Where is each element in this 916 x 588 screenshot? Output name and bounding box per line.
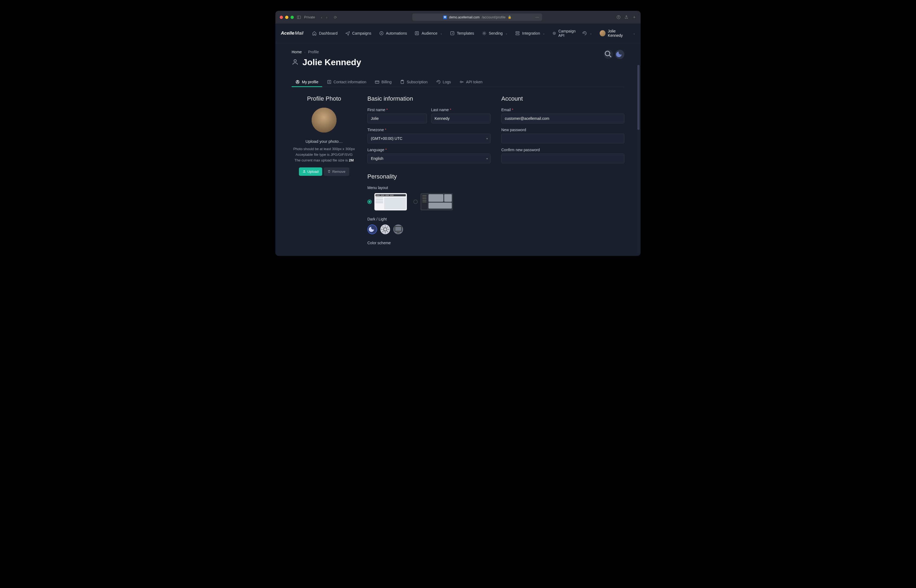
- svg-line-34: [387, 227, 388, 228]
- svg-point-19: [329, 81, 330, 82]
- new-tab-icon[interactable]: ＋: [632, 15, 636, 20]
- history-icon: [436, 80, 441, 84]
- tab-subscription[interactable]: Subscription: [396, 77, 431, 87]
- tab-api-token[interactable]: API token: [456, 77, 486, 87]
- minimize-window-button[interactable]: [285, 16, 288, 19]
- api-icon: [553, 31, 556, 36]
- search-button[interactable]: [604, 50, 613, 59]
- nav-templates[interactable]: Templates: [447, 27, 478, 39]
- target-icon: [379, 31, 384, 36]
- tab-logs[interactable]: Logs: [433, 77, 455, 87]
- svg-point-8: [483, 32, 485, 34]
- reload-button[interactable]: ⟳: [333, 15, 338, 20]
- svg-line-33: [383, 231, 383, 232]
- new-password-label: New password: [501, 128, 624, 132]
- last-name-label: Last name *: [431, 108, 491, 112]
- breadcrumb: Home › Profile: [292, 50, 361, 54]
- radio-checked[interactable]: [367, 200, 372, 204]
- sidebar-icon[interactable]: [297, 15, 301, 19]
- tab-label: My profile: [302, 80, 318, 84]
- tab-label: Billing: [381, 80, 391, 84]
- svg-rect-0: [297, 16, 300, 19]
- svg-point-26: [384, 228, 387, 231]
- scrollbar[interactable]: [637, 65, 640, 253]
- profile-icon: [296, 80, 300, 84]
- layout-option-top[interactable]: [367, 193, 407, 210]
- lock-icon: 🔒: [508, 15, 512, 19]
- url-path: /account/profile: [482, 15, 506, 19]
- trash-icon: [328, 170, 331, 174]
- profile-photo[interactable]: [312, 108, 336, 132]
- svg-point-4: [381, 33, 382, 34]
- breadcrumb-current: Profile: [308, 50, 319, 54]
- share-icon[interactable]: [624, 15, 628, 20]
- first-name-label: First name *: [367, 108, 427, 112]
- nav-automations[interactable]: Automations: [376, 27, 410, 39]
- breadcrumb-home[interactable]: Home: [292, 50, 302, 54]
- downloads-icon[interactable]: [617, 15, 620, 20]
- last-name-input[interactable]: [431, 114, 491, 123]
- tab-my-profile[interactable]: My profile: [292, 77, 322, 87]
- svg-point-6: [417, 32, 418, 33]
- close-window-button[interactable]: [280, 16, 283, 19]
- tabs: My profile Contact information Billing S…: [292, 77, 624, 87]
- svg-rect-21: [375, 81, 379, 83]
- home-icon: [312, 31, 317, 36]
- first-name-input[interactable]: [367, 114, 427, 123]
- back-button[interactable]: ‹: [320, 15, 323, 20]
- nav-dashboard[interactable]: Dashboard: [309, 27, 341, 39]
- chevron-down-icon: ⌄: [505, 32, 507, 35]
- layout-option-side[interactable]: [414, 193, 453, 210]
- user-display-name: Jolie Kennedy: [608, 29, 630, 37]
- section-title-personality: Personality: [367, 173, 491, 180]
- nav-history[interactable]: ⌄: [580, 29, 594, 37]
- nav-integration[interactable]: Integration ⌄: [512, 27, 548, 39]
- brand-logo[interactable]: AcelleMail: [281, 31, 303, 36]
- svg-rect-18: [328, 80, 331, 84]
- upload-button[interactable]: Upload: [299, 167, 322, 176]
- svg-point-14: [605, 51, 610, 56]
- theme-toggle-button[interactable]: [615, 50, 624, 59]
- browser-window: Private ‹ › ⟳ M demo.acellemail.com/acco…: [275, 11, 641, 256]
- nav-sending[interactable]: Sending ⌄: [478, 27, 511, 39]
- radio-unchecked[interactable]: [414, 200, 418, 204]
- user-menu[interactable]: Jolie Kennedy ⌄: [599, 29, 635, 37]
- confirm-password-input[interactable]: [501, 153, 624, 163]
- remove-button[interactable]: Remove: [324, 167, 349, 176]
- theme-light-button[interactable]: [380, 225, 390, 234]
- edit-icon: [450, 31, 455, 36]
- timezone-select[interactable]: (GMT+00:00) UTC: [367, 134, 491, 143]
- svg-point-17: [297, 81, 298, 82]
- tab-contact-info[interactable]: Contact information: [323, 77, 370, 87]
- svg-line-32: [387, 231, 388, 232]
- theme-auto-button[interactable]: [393, 225, 403, 234]
- url-field[interactable]: M demo.acellemail.com/account/profile 🔒 …: [412, 13, 542, 21]
- nav-label: Campaigns: [352, 31, 372, 36]
- upload-icon: [303, 170, 306, 174]
- svg-rect-35: [395, 226, 401, 231]
- site-icon: M: [443, 15, 447, 19]
- nav-campaign-api[interactable]: Campaign API: [549, 27, 580, 39]
- private-label: Private: [304, 15, 315, 19]
- nav-label: Templates: [457, 31, 474, 36]
- site-settings-icon[interactable]: ⋯: [535, 15, 540, 19]
- key-icon: [460, 80, 464, 84]
- nav-label: Automations: [386, 31, 407, 36]
- theme-dark-button[interactable]: [367, 225, 377, 234]
- svg-point-11: [553, 32, 556, 35]
- email-input[interactable]: [501, 114, 624, 123]
- nav-campaigns[interactable]: Campaigns: [342, 27, 375, 39]
- tab-label: API token: [466, 80, 483, 84]
- forward-button[interactable]: ›: [325, 15, 328, 20]
- nav-audience[interactable]: Audience ⌄: [411, 27, 445, 39]
- svg-rect-9: [516, 32, 519, 33]
- tab-label: Contact information: [334, 80, 366, 84]
- email-label: Email *: [501, 108, 624, 112]
- clipboard-icon: [400, 80, 404, 84]
- tab-billing[interactable]: Billing: [371, 77, 395, 87]
- language-select[interactable]: English: [367, 153, 491, 163]
- card-icon: [375, 80, 379, 84]
- new-password-input[interactable]: [501, 134, 624, 143]
- maximize-window-button[interactable]: [291, 16, 294, 19]
- chevron-down-icon: ⌄: [543, 32, 545, 35]
